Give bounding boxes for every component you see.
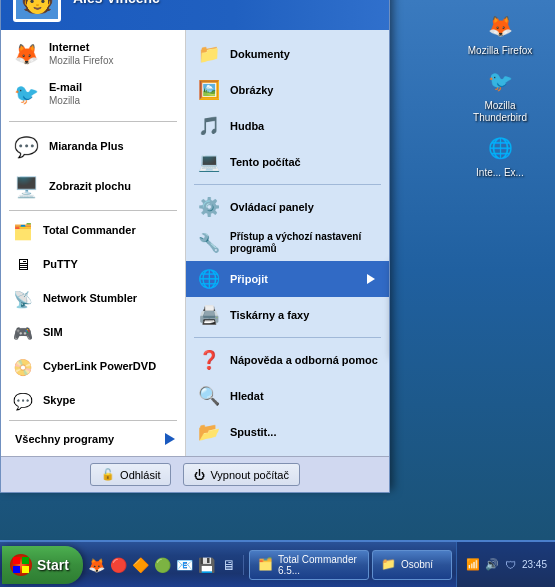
pripojit-icon: 🌐 [196, 266, 222, 292]
desktop-icons: 🦊 Mozilla Firefox 🐦 Mozilla Thunderbird … [465, 10, 535, 179]
tray-security-icon[interactable]: 🛡 [503, 557, 519, 573]
left-divider-3 [9, 420, 177, 421]
ql-icon-3[interactable]: 🟢 [153, 555, 173, 575]
tiskarny-icon: 🖨️ [196, 302, 222, 328]
right-item-pripojit[interactable]: 🌐 Připojit 📶 AnyDATA NetWork 📡 Bezdrátov… [186, 261, 389, 297]
right-item-dokumenty[interactable]: 📁 Dokumenty [186, 36, 389, 72]
logout-label: Odhlásit [120, 469, 160, 481]
menu-item-zobrazit[interactable]: 🖥️ Zobrazit plochu [1, 167, 185, 207]
ie-icon: 🌐 [484, 132, 516, 164]
right-item-ovladaci[interactable]: ⚙️ Ovládací panely [186, 189, 389, 225]
firefox-icon: 🦊 [484, 10, 516, 42]
right-item-napoveda[interactable]: ❓ Nápověda a odborná pomoc [186, 342, 389, 378]
quick-launch: 🦊 🔴 🔶 🟢 📧 💾 🖥 [83, 555, 244, 575]
ql-save[interactable]: 💾 [197, 555, 217, 575]
email-subtitle: Mozilla [49, 95, 82, 107]
tray-network-icon[interactable]: 📶 [465, 557, 481, 573]
ie-label: Inte... Ex... [476, 167, 524, 179]
total-commander-title: Total Commander [43, 224, 136, 237]
start-button[interactable]: Start [2, 546, 83, 584]
obrazky-label: Obrázky [230, 84, 273, 96]
taskbar: Start 🦊 🔴 🔶 🟢 📧 💾 🖥 🗂️ Total Commander 6… [0, 540, 555, 587]
ovladaci-label: Ovládací panely [230, 201, 314, 213]
right-item-hledat[interactable]: 🔍 Hledat [186, 378, 389, 414]
email-icon: 🐦 [11, 79, 41, 109]
shutdown-button[interactable]: ⏻ Vypnout počítač [183, 463, 299, 486]
right-item-pristup[interactable]: 🔧 Přístup a výchozí nastavení programů [186, 225, 389, 261]
pristup-label: Přístup a výchozí nastavení programů [230, 231, 379, 255]
total-commander-taskbar-label: Total Commander 6.5... [278, 554, 360, 576]
pripojit-submenu: 📶 AnyDATA NetWork 📡 Bezdrátové připojení… [389, 259, 390, 355]
all-programs-section: Všechny programy [1, 424, 185, 456]
ovladaci-icon: ⚙️ [196, 194, 222, 220]
all-programs-label: Všechny programy [15, 433, 114, 445]
ql-email[interactable]: 📧 [175, 555, 195, 575]
desktop: 🦊 Mozilla Firefox 🐦 Mozilla Thunderbird … [0, 0, 555, 540]
total-commander-taskbar-btn[interactable]: 🗂️ Total Commander 6.5... [249, 550, 369, 580]
right-item-spustit[interactable]: 📂 Spustit... [186, 414, 389, 450]
system-tray: 📶 🔊 🛡 23:45 [456, 542, 555, 587]
desktop-icon-firefox[interactable]: 🦊 Mozilla Firefox [465, 10, 535, 57]
recent-items: 💬 Miaranda Plus 🖥️ Zobrazit plochu 🗂️ To… [1, 125, 185, 420]
cyberlink-icon: 📀 [11, 355, 35, 379]
menu-item-total-commander[interactable]: 🗂️ Total Commander [1, 214, 185, 248]
menu-item-putty[interactable]: 🖥 PuTTY [1, 248, 185, 282]
ql-icon-1[interactable]: 🔴 [109, 555, 129, 575]
right-divider-1 [194, 184, 381, 185]
ql-desktop[interactable]: 🖥 [219, 555, 239, 575]
right-item-tiskarny[interactable]: 🖨️ Tiskárny a faxy [186, 297, 389, 333]
logout-icon: 🔓 [101, 468, 115, 481]
desktop-icon-thunderbird[interactable]: 🐦 Mozilla Thunderbird [465, 65, 535, 124]
spustit-icon: 📂 [196, 419, 222, 445]
logout-button[interactable]: 🔓 Odhlásit [90, 463, 171, 486]
shutdown-label: Vypnout počítač [210, 469, 288, 481]
osobni-taskbar-btn[interactable]: 📁 Osobní [372, 550, 452, 580]
menu-item-miaranda[interactable]: 💬 Miaranda Plus [1, 127, 185, 167]
tento-pocitac-icon: 💻 [196, 149, 222, 175]
menu-item-sim[interactable]: 🎮 SIM [1, 316, 185, 350]
zobrazit-title: Zobrazit plochu [49, 180, 131, 193]
start-menu-footer: 🔓 Odhlásit ⏻ Vypnout počítač [1, 456, 389, 492]
total-commander-taskbar-icon: 🗂️ [258, 557, 274, 573]
menu-item-email[interactable]: 🐦 E-mail Mozilla [1, 74, 185, 114]
tento-pocitac-label: Tento počítač [230, 156, 301, 168]
putty-icon: 🖥 [11, 253, 35, 277]
skype-icon: 💬 [11, 389, 35, 413]
start-left-panel: 🦊 Internet Mozilla Firefox 🐦 E-mail Mozi… [1, 30, 186, 456]
shutdown-icon: ⏻ [194, 469, 205, 481]
firefox-label: Mozilla Firefox [468, 45, 532, 57]
right-item-hudba[interactable]: 🎵 Hudba [186, 108, 389, 144]
right-divider-2 [194, 337, 381, 338]
menu-item-network-stumbler[interactable]: 📡 Network Stumbler [1, 282, 185, 316]
ql-icon-2[interactable]: 🔶 [131, 555, 151, 575]
dokumenty-label: Dokumenty [230, 48, 290, 60]
all-programs-button[interactable]: Všechny programy [1, 428, 185, 450]
osobni-taskbar-icon: 📁 [381, 557, 397, 573]
hudba-label: Hudba [230, 120, 264, 132]
start-right-panel: 📁 Dokumenty 🖼️ Obrázky 🎵 Hudba 💻 Tento p… [186, 30, 389, 456]
user-avatar: 🧑 [13, 0, 61, 22]
user-name: Aleš Vincenc [73, 0, 160, 6]
svg-rect-1 [22, 557, 29, 564]
email-title: E-mail [49, 81, 82, 94]
pripojit-label: Připojit [230, 273, 268, 285]
menu-item-internet[interactable]: 🦊 Internet Mozilla Firefox [1, 34, 185, 74]
thunderbird-label: Mozilla Thunderbird [465, 100, 535, 124]
cyberlink-title: CyberLink PowerDVD [43, 360, 156, 373]
right-item-obrazky[interactable]: 🖼️ Obrázky [186, 72, 389, 108]
ql-firefox[interactable]: 🦊 [87, 555, 107, 575]
desktop-icon-ie[interactable]: 🌐 Inte... Ex... [465, 132, 535, 179]
menu-item-cyberlink[interactable]: 📀 CyberLink PowerDVD [1, 350, 185, 384]
left-divider-1 [9, 121, 177, 122]
network-stumbler-title: Network Stumbler [43, 292, 137, 305]
pristup-icon: 🔧 [196, 230, 222, 256]
napoveda-label: Nápověda a odborná pomoc [230, 354, 378, 366]
pinned-items: 🦊 Internet Mozilla Firefox 🐦 E-mail Mozi… [1, 30, 185, 118]
right-item-tento-pocitac[interactable]: 💻 Tento počítač [186, 144, 389, 180]
menu-item-skype[interactable]: 💬 Skype [1, 384, 185, 418]
internet-icon: 🦊 [11, 39, 41, 69]
taskbar-tray: 🗂️ Total Commander 6.5... 📁 Osobní [244, 550, 456, 580]
start-menu-body: 🦊 Internet Mozilla Firefox 🐦 E-mail Mozi… [1, 30, 389, 456]
windows-logo [10, 554, 32, 576]
tray-volume-icon[interactable]: 🔊 [484, 557, 500, 573]
